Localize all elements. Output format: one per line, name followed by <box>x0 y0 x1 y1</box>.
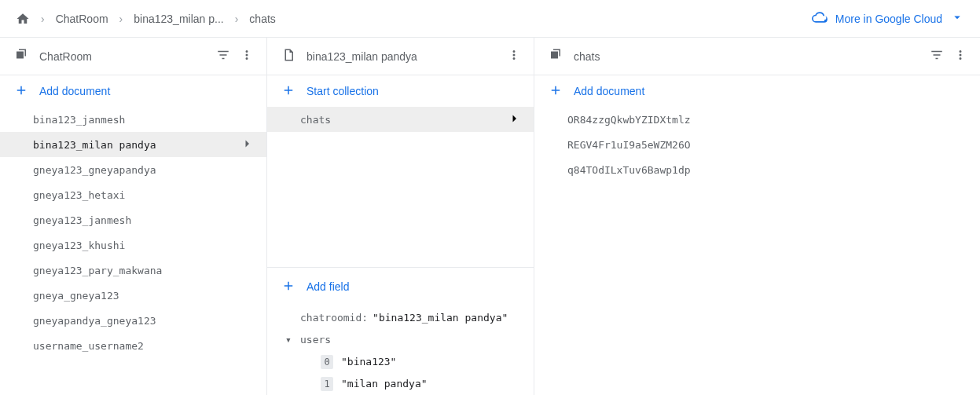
plus-icon <box>281 83 295 100</box>
array-index-badge: 1 <box>321 377 333 391</box>
chevron-right-icon <box>507 112 521 128</box>
more-vert-icon[interactable] <box>953 48 967 64</box>
document-icon <box>281 48 295 64</box>
collection-panel: ChatRoom Add document bina123_janmeshbin… <box>0 38 267 395</box>
document-id: OR84zzgQkwbYZIDXtmlz <box>567 114 691 126</box>
array-value: "bina123" <box>341 351 396 373</box>
more-vert-icon[interactable] <box>507 48 521 64</box>
array-item[interactable]: 1 "milan pandya" <box>300 373 521 395</box>
document-item[interactable]: gneya123_khushi <box>0 232 266 258</box>
subcollection-list: chats <box>267 107 534 132</box>
panel-header: bina123_milan pandya <box>267 38 534 75</box>
field-value: "bina123_milan pandya" <box>373 307 508 329</box>
document-id: gneyapandya_gneya123 <box>33 315 156 327</box>
panel-header: chats <box>534 38 980 75</box>
panels: ChatRoom Add document bina123_janmeshbin… <box>0 38 980 395</box>
chevron-right-icon: › <box>119 13 123 25</box>
document-id: username_username2 <box>33 340 144 352</box>
document-item[interactable]: gneya123_gneyapandya <box>0 157 266 182</box>
plus-icon <box>14 83 28 100</box>
document-panel: bina123_milan pandya Start collection ch… <box>267 38 534 395</box>
document-item[interactable]: username_username2 <box>0 333 266 358</box>
array-index-badge: 0 <box>321 355 333 369</box>
document-id: bina123_janmesh <box>33 114 125 126</box>
document-item[interactable]: bina123_milan pandya <box>0 132 266 157</box>
document-item[interactable]: gneya_gneya123 <box>0 283 266 308</box>
field-row[interactable]: ▾ users <box>300 329 521 351</box>
document-item[interactable]: gneya123_pary_makwana <box>0 258 266 283</box>
add-document-label: Add document <box>39 85 110 97</box>
cloud-icon <box>812 9 828 27</box>
array-item[interactable]: 0 "bina123" <box>300 351 521 373</box>
array-value: "milan pandya" <box>341 373 428 395</box>
document-list: OR84zzgQkwbYZIDXtmlzREGV4Fr1uI9a5eWZM26O… <box>534 107 980 182</box>
subcollection-item[interactable]: chats <box>267 107 534 132</box>
chevron-down-icon <box>950 10 964 27</box>
field-key: users <box>300 329 331 351</box>
field-key: chatroomid: <box>300 307 368 329</box>
add-field-label: Add field <box>306 280 349 293</box>
plus-icon <box>281 279 295 295</box>
document-id: gneya123_pary_makwana <box>33 265 162 276</box>
collection-icon <box>14 48 28 64</box>
plus-icon <box>549 83 563 100</box>
cloud-link-label: More in Google Cloud <box>835 13 942 25</box>
filter-icon[interactable] <box>930 48 944 64</box>
field-row[interactable]: chatroomid: "bina123_milan pandya" <box>300 307 521 329</box>
add-document-label: Add document <box>574 85 644 97</box>
subcollection-label: chats <box>300 114 331 126</box>
document-item[interactable]: gneya123_hetaxi <box>0 182 266 207</box>
breadcrumb-item[interactable]: chats <box>249 13 275 25</box>
caret-down-icon[interactable]: ▾ <box>281 329 295 351</box>
start-collection-button[interactable]: Start collection <box>267 75 534 107</box>
document-id: q84TOdILxTuv6Bawp1dp <box>567 164 691 176</box>
breadcrumb-item[interactable]: ChatRoom <box>56 13 108 25</box>
add-field-button[interactable]: Add field <box>267 271 534 302</box>
topbar: › ChatRoom › bina123_milan p... › chats … <box>0 0 980 38</box>
breadcrumb: › ChatRoom › bina123_milan p... › chats <box>16 12 276 26</box>
panel-title: bina123_milan pandya <box>306 50 417 63</box>
document-id: gneya123_gneyapandya <box>33 164 156 176</box>
home-icon[interactable] <box>16 12 30 26</box>
document-item[interactable]: gneya123_janmesh <box>0 207 266 232</box>
subcollection-panel: chats Add document OR84zzgQkwbYZIDXtmlzR… <box>534 38 980 395</box>
fields-list: chatroomid: "bina123_milan pandya" ▾ use… <box>267 302 534 395</box>
panel-title: ChatRoom <box>39 50 92 63</box>
chevron-right-icon: › <box>235 13 239 25</box>
more-in-google-cloud-link[interactable]: More in Google Cloud <box>812 9 964 27</box>
panel-header: ChatRoom <box>0 38 266 75</box>
add-document-button[interactable]: Add document <box>534 75 980 107</box>
document-id: gneya123_hetaxi <box>33 189 125 201</box>
document-id: bina123_milan pandya <box>33 139 156 151</box>
document-item[interactable]: q84TOdILxTuv6Bawp1dp <box>534 157 980 182</box>
panel-title: chats <box>574 50 600 63</box>
chevron-right-icon <box>240 137 254 153</box>
document-item[interactable]: bina123_janmesh <box>0 107 266 132</box>
document-item[interactable]: gneyapandya_gneya123 <box>0 308 266 333</box>
collection-icon <box>549 48 563 64</box>
document-id: gneya123_janmesh <box>33 214 131 226</box>
document-item[interactable]: OR84zzgQkwbYZIDXtmlz <box>534 107 980 132</box>
document-id: REGV4Fr1uI9a5eWZM26O <box>567 139 691 151</box>
start-collection-label: Start collection <box>306 85 379 97</box>
add-document-button[interactable]: Add document <box>0 75 266 107</box>
filter-icon[interactable] <box>216 48 230 64</box>
more-vert-icon[interactable] <box>240 48 254 64</box>
fields-area: Add field chatroomid: "bina123_milan pan… <box>267 267 534 395</box>
document-list: bina123_janmeshbina123_milan pandyagneya… <box>0 107 266 358</box>
chevron-right-icon: › <box>41 13 45 25</box>
document-id: gneya_gneya123 <box>33 290 119 302</box>
document-item[interactable]: REGV4Fr1uI9a5eWZM26O <box>534 132 980 157</box>
document-id: gneya123_khushi <box>33 240 125 251</box>
breadcrumb-item[interactable]: bina123_milan p... <box>134 13 223 25</box>
